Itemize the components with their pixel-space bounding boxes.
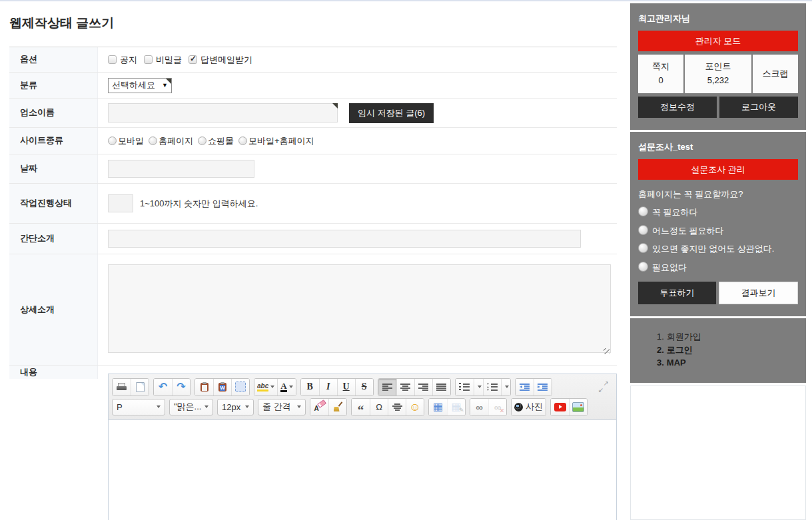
row-content-label: 내용 bbox=[20, 366, 37, 379]
site-type-shoppingmall-radio[interactable] bbox=[198, 136, 206, 145]
resize-grip-icon[interactable] bbox=[604, 348, 609, 354]
fullscreen-button[interactable]: ↗ ↙ bbox=[598, 382, 609, 392]
view-results-button[interactable]: 결과보기 bbox=[719, 282, 798, 304]
menu-item-login[interactable]: 2.로그인 bbox=[657, 344, 798, 357]
smiley-icon: ☺ bbox=[409, 401, 420, 413]
underline-icon: U bbox=[343, 382, 350, 392]
poll-manage-button[interactable]: 설문조사 관리 bbox=[638, 159, 798, 180]
paste-button[interactable] bbox=[195, 379, 213, 395]
secret-checkbox-text: 비밀글 bbox=[156, 54, 182, 66]
insert-table-button[interactable]: ▦ bbox=[429, 399, 447, 415]
insert-image-button[interactable] bbox=[569, 399, 587, 415]
remove-format-button[interactable]: A bbox=[310, 399, 328, 415]
notice-checkbox[interactable] bbox=[108, 55, 117, 64]
ordered-list-dropdown[interactable] bbox=[474, 379, 483, 395]
group-insert: “ Ω ☺ bbox=[351, 398, 424, 416]
site-type-mobile-homepage-radio[interactable] bbox=[238, 136, 247, 145]
poll-option-1[interactable]: 꼭 필요하다 bbox=[638, 206, 798, 219]
print-button[interactable] bbox=[113, 379, 131, 395]
font-family-select[interactable]: "맑은... bbox=[169, 399, 213, 415]
group-clean: A bbox=[310, 398, 347, 416]
redo-button[interactable]: ↷ bbox=[172, 379, 190, 395]
detail-intro-textarea[interactable] bbox=[108, 264, 611, 353]
highlight-color-button[interactable]: abc bbox=[254, 379, 277, 395]
indent-button[interactable] bbox=[534, 379, 552, 395]
strikethrough-button[interactable]: S bbox=[355, 379, 373, 395]
unordered-list-button[interactable] bbox=[483, 379, 501, 395]
site-type-mobile-radio[interactable] bbox=[108, 136, 117, 145]
reply-mail-checkbox-label[interactable]: 답변메일받기 bbox=[189, 54, 252, 66]
row-category: 분류 선택하세요 ▼ bbox=[9, 73, 617, 99]
emoticon-button[interactable]: ☺ bbox=[406, 399, 424, 415]
chevron-down-icon bbox=[505, 386, 509, 388]
paste-from-word-button[interactable]: W bbox=[213, 379, 231, 395]
font-size-select[interactable]: 12px bbox=[217, 399, 254, 415]
italic-button[interactable]: I bbox=[319, 379, 337, 395]
scrap-stat-box[interactable]: 스크랩 bbox=[753, 55, 798, 93]
site-type-homepage[interactable]: 홈페이지 bbox=[149, 135, 193, 147]
date-input[interactable] bbox=[108, 160, 254, 178]
short-intro-input[interactable] bbox=[108, 230, 581, 248]
logout-button[interactable]: 로그아웃 bbox=[719, 97, 798, 118]
row-date-label: 날짜 bbox=[20, 162, 37, 175]
poll-radio-icon[interactable] bbox=[638, 243, 648, 253]
undo-button[interactable]: ↶ bbox=[154, 379, 172, 395]
notice-checkbox-label[interactable]: 공지 bbox=[108, 54, 137, 66]
font-color-button[interactable]: A bbox=[277, 379, 295, 395]
shop-name-input[interactable] bbox=[108, 103, 338, 123]
underline-button[interactable]: U bbox=[337, 379, 355, 395]
insert-photo-button[interactable]: 사진 bbox=[512, 399, 546, 415]
site-type-mobile[interactable]: 모바일 bbox=[108, 135, 144, 147]
menu-item-signup[interactable]: 1.회원가입 bbox=[657, 330, 798, 344]
justify-button[interactable] bbox=[432, 379, 450, 395]
temp-saved-posts-button[interactable]: 임시 저장된 글(6) bbox=[349, 103, 434, 123]
align-right-button[interactable] bbox=[414, 379, 432, 395]
memo-stat-box[interactable]: 쪽지 0 bbox=[638, 55, 683, 93]
blockquote-button[interactable]: “ bbox=[352, 399, 370, 415]
menu-item-map[interactable]: 3.MAP bbox=[657, 356, 798, 370]
poll-option-2[interactable]: 어느정도 필요하다 bbox=[638, 224, 798, 238]
row-detail-intro-content bbox=[98, 254, 617, 365]
reply-mail-checkbox[interactable] bbox=[189, 55, 197, 64]
poll-radio-icon[interactable] bbox=[638, 206, 648, 216]
clean-format-button[interactable] bbox=[328, 399, 346, 415]
line-height-select[interactable]: 줄 간격 bbox=[258, 399, 306, 415]
align-left-button[interactable] bbox=[378, 379, 396, 395]
remove-link-button[interactable]: ∞✕ bbox=[488, 399, 506, 415]
category-select[interactable]: 선택하세요 ▼ bbox=[108, 78, 172, 93]
outdent-button[interactable] bbox=[516, 379, 534, 395]
horizontal-rule-icon bbox=[392, 403, 402, 411]
site-type-shoppingmall[interactable]: 쇼핑몰 bbox=[198, 135, 234, 147]
paragraph-format-select[interactable]: P bbox=[112, 399, 165, 415]
insert-link-button[interactable]: ∞ bbox=[470, 399, 488, 415]
poll-option-3[interactable]: 있으면 좋지만 없어도 상관없다. bbox=[638, 242, 798, 256]
admin-mode-button[interactable]: 관리자 모드 bbox=[638, 31, 798, 51]
indent-icon bbox=[538, 384, 548, 391]
special-char-button[interactable]: Ω bbox=[370, 399, 388, 415]
editor-content-area[interactable] bbox=[109, 419, 616, 520]
point-stat-box[interactable]: 포인트 5,232 bbox=[685, 55, 751, 93]
poll-radio-icon[interactable] bbox=[638, 262, 648, 272]
ordered-list-button[interactable] bbox=[456, 379, 474, 395]
secret-checkbox-label[interactable]: 비밀글 bbox=[144, 54, 182, 66]
site-type-mobile-homepage[interactable]: 모바일+홈페이지 bbox=[238, 135, 314, 147]
unordered-list-dropdown[interactable] bbox=[501, 379, 510, 395]
progress-input[interactable] bbox=[108, 194, 133, 212]
horizontal-rule-button[interactable] bbox=[388, 399, 406, 415]
row-progress-content: 1~100까지 숫자만 입력하세요. bbox=[98, 184, 617, 223]
align-center-button[interactable] bbox=[396, 379, 414, 395]
row-site-type: 사이트종류 모바일 홈페이지 쇼핑몰 모바일+홈페이지 bbox=[9, 128, 617, 154]
site-type-homepage-radio[interactable] bbox=[149, 136, 157, 145]
poll-option-4[interactable]: 필요없다 bbox=[638, 261, 798, 274]
align-left-icon bbox=[382, 384, 392, 391]
secret-checkbox[interactable] bbox=[144, 55, 153, 64]
new-document-button[interactable] bbox=[131, 379, 149, 395]
insert-youtube-button[interactable] bbox=[551, 399, 569, 415]
vote-button[interactable]: 투표하기 bbox=[638, 282, 716, 304]
edit-info-button[interactable]: 정보수정 bbox=[638, 97, 717, 118]
edit-table-button[interactable]: ▦✎ bbox=[447, 399, 465, 415]
poll-radio-icon[interactable] bbox=[638, 225, 648, 235]
bold-button[interactable]: B bbox=[301, 379, 319, 395]
group-undo: ↶ ↷ bbox=[153, 378, 191, 396]
select-all-button[interactable] bbox=[231, 379, 249, 395]
